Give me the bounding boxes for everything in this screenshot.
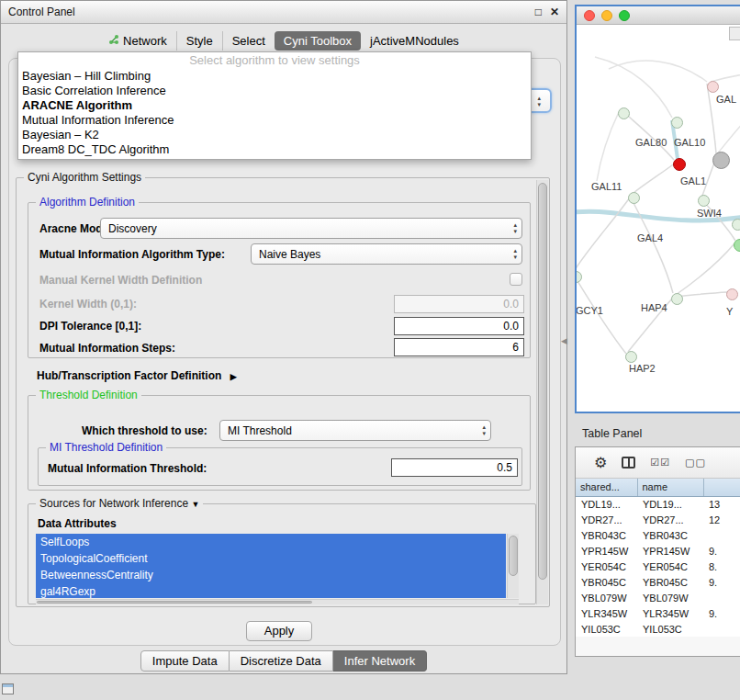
sources-group-title: Sources for Network Inference ▼ — [36, 497, 203, 510]
mi-threshold-field[interactable]: 0.5 — [391, 458, 518, 477]
network-node[interactable] — [625, 351, 637, 363]
node-label: GAL — [716, 94, 736, 105]
table-header-shared-name[interactable]: shared... — [576, 479, 637, 496]
table-row[interactable]: YBR045CYBR045C9. — [576, 574, 740, 590]
chevron-down-icon[interactable]: ▼ — [191, 500, 199, 509]
node-label: Y — [726, 306, 733, 317]
network-canvas[interactable]: GAL GAL80 GAL10 GAL11 GAL1 SWI4 GAL4 GCY… — [577, 25, 740, 412]
network-node[interactable] — [628, 192, 640, 204]
threshold-definition-group: Threshold Definition Which threshold to … — [28, 395, 531, 491]
network-node[interactable] — [732, 219, 740, 231]
table-row[interactable]: YDL19...YDL19...13 — [576, 496, 740, 512]
deselect-all-boxes-icon[interactable]: ▢▢ — [685, 457, 706, 469]
table-panel-title: Table Panel — [582, 427, 642, 440]
algorithm-option[interactable]: Dream8 DC_TDC Algorithm — [18, 142, 531, 157]
aracne-mode-combo[interactable]: Discovery ▴▾ — [100, 218, 522, 239]
network-node[interactable] — [671, 293, 683, 305]
mi-threshold-group-title: MI Threshold Definition — [46, 441, 166, 454]
panel-collapse-arrow[interactable]: ◀ — [561, 336, 567, 345]
node-label: GAL4 — [637, 232, 663, 243]
tab-infer-network[interactable]: Infer Network — [333, 650, 427, 672]
control-panel-window: Control Panel □ ✕ Network Style Select C… — [0, 0, 567, 674]
kernel-width-field[interactable]: 0.0 — [394, 295, 524, 313]
tab-network[interactable]: Network — [99, 31, 176, 51]
attribute-item[interactable]: BetweennessCentrality — [36, 567, 506, 583]
attribute-item[interactable]: gal4RGexp — [36, 583, 506, 598]
table-row[interactable]: YPR145WYPR145W9. — [576, 543, 740, 559]
algorithm-option[interactable]: Bayesian – Hill Climbing — [18, 69, 531, 84]
table-row[interactable]: YIL053CYIL053C — [576, 621, 740, 637]
manual-kernel-checkbox[interactable] — [510, 273, 522, 286]
tab-cyni-toolbox[interactable]: Cyni Toolbox — [275, 31, 361, 51]
hub-definition-toggle[interactable]: Hub/Transcription Factor Definition ▶ — [37, 369, 237, 382]
table-row[interactable]: YBL079WYBL079W — [576, 590, 740, 605]
table-row[interactable]: YER054CYER054C8. — [576, 559, 740, 574]
table-panel-toolbar: ⚙ ☑☑ ▢▢ — [576, 447, 740, 479]
table-header-row: shared... name — [576, 479, 740, 496]
columns-icon[interactable] — [622, 457, 635, 469]
mi-steps-field[interactable]: 6 — [394, 338, 524, 356]
algorithm-option[interactable]: Bayesian – K2 — [18, 128, 531, 142]
table-header-name[interactable]: name — [637, 479, 703, 496]
mi-type-label: Mutual Information Algorithm Type: — [39, 248, 225, 261]
node-label: GAL10 — [674, 137, 705, 148]
float-window-icon[interactable]: □ — [535, 6, 542, 18]
network-node[interactable] — [698, 195, 710, 207]
apply-button[interactable]: Apply — [246, 621, 312, 641]
close-icon[interactable]: ✕ — [550, 6, 559, 18]
combo-updown-icon: ▴▾ — [513, 221, 517, 234]
network-node[interactable] — [618, 107, 630, 119]
node-label: GCY1 — [577, 305, 603, 316]
desktop: Control Panel □ ✕ Network Style Select C… — [0, 0, 740, 700]
network-node[interactable] — [734, 239, 740, 252]
network-node[interactable] — [726, 288, 738, 300]
combo-updown-icon: ▴▾ — [513, 247, 517, 260]
which-threshold-combo[interactable]: MI Threshold ▴▾ — [219, 420, 491, 441]
kernel-width-label: Kernel Width (0,1): — [39, 298, 137, 310]
tab-select[interactable]: Select — [222, 31, 275, 51]
attribute-list-hscrollbar[interactable] — [36, 599, 519, 604]
tab-impute-data[interactable]: Impute Data — [140, 650, 230, 672]
scrollbar-thumb[interactable] — [509, 536, 518, 576]
network-node[interactable] — [577, 271, 582, 283]
network-node-selected-red[interactable] — [673, 158, 686, 171]
attribute-item[interactable]: SelfLoops — [36, 534, 506, 550]
select-all-checks-icon[interactable]: ☑☑ — [650, 457, 670, 469]
node-label: HAP4 — [641, 302, 667, 313]
tab-jactivemnodules[interactable]: jActiveMNodules — [361, 31, 468, 51]
node-label: HAP2 — [629, 363, 656, 374]
tab-discretize-data[interactable]: Discretize Data — [230, 650, 333, 672]
network-scrollbar-stub[interactable] — [729, 27, 740, 40]
attribute-list-scrollbar[interactable] — [507, 534, 519, 598]
zoom-traffic-light[interactable] — [619, 10, 630, 21]
gear-icon[interactable]: ⚙ — [594, 454, 607, 471]
algorithm-option[interactable]: Basic Correlation Inference — [18, 84, 531, 98]
table-row[interactable]: YLR345WYLR345W9. — [576, 605, 740, 621]
mi-type-combo[interactable]: Naive Bayes ▴▾ — [251, 243, 522, 265]
attribute-item[interactable]: TopologicalCoefficient — [36, 550, 506, 567]
restore-panel-icon[interactable] — [2, 683, 14, 694]
algorithm-option-selected[interactable]: ARACNE Algorithm — [18, 98, 531, 113]
close-traffic-light[interactable] — [584, 10, 595, 21]
algorithm-definition-title: Algorithm Definition — [36, 196, 139, 209]
node-label: GAL1 — [680, 175, 706, 186]
network-node-gray[interactable] — [712, 152, 730, 169]
manual-kernel-label: Manual Kernel Width Definition — [39, 274, 202, 287]
scrollbar-thumb[interactable] — [538, 183, 547, 580]
node-label: SWI4 — [697, 208, 722, 219]
table-row[interactable]: YDR27...YDR27...12 — [576, 512, 740, 527]
table-header-clipped[interactable] — [703, 479, 740, 496]
control-panel-titlebar: Control Panel □ ✕ — [1, 1, 566, 24]
table-row[interactable]: YBR043CYBR043C — [576, 527, 740, 543]
dpi-tolerance-label: DPI Tolerance [0,1]: — [39, 320, 141, 333]
minimize-traffic-light[interactable] — [601, 10, 612, 21]
tab-style[interactable]: Style — [176, 31, 222, 51]
algorithm-dropdown-popup: Select algorithm to view settings Bayesi… — [17, 51, 532, 160]
network-node[interactable] — [671, 117, 683, 129]
scrollbar-thumb[interactable] — [37, 601, 312, 604]
dpi-tolerance-field[interactable]: 0.0 — [394, 317, 524, 335]
network-node[interactable] — [707, 81, 719, 93]
node-label: GAL80 — [635, 137, 667, 148]
settings-vertical-scrollbar[interactable] — [536, 180, 548, 604]
algorithm-option[interactable]: Mutual Information Inference — [18, 113, 531, 128]
